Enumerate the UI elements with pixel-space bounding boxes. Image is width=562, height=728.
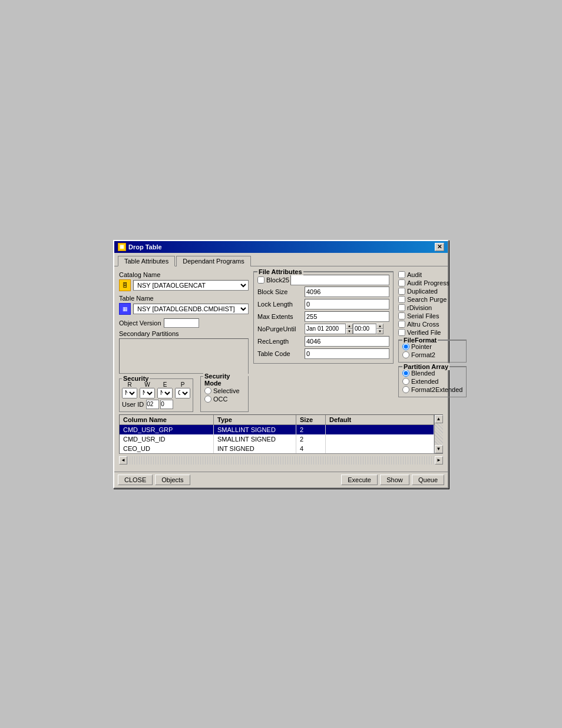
cell-type-0: SMALLINT SIGNED <box>214 425 296 434</box>
file-attributes-panel: File Attributes Block25 Block Size Lock … <box>253 271 394 367</box>
rwep-e-select[interactable]: NY <box>157 388 173 398</box>
table-icon: ▦ <box>119 303 131 315</box>
button-bar: CLOSE Objects Execute Show Queue <box>114 472 448 487</box>
pa-extended-radio[interactable] <box>402 378 409 385</box>
close-icon[interactable]: ✕ <box>435 243 444 251</box>
table-row[interactable]: CMD_USR_GRP SMALLINT SIGNED 2 <box>120 425 434 434</box>
cb-search-purge: Search Purge <box>398 296 467 303</box>
lock-length-row: Lock Length <box>257 299 389 309</box>
ff-pointer-radio[interactable] <box>402 343 409 350</box>
ff-pointer-label: Pointer <box>411 343 432 350</box>
no-purge-row: NoPurgeUntil ▲ ▼ ▲ ▼ <box>257 324 389 334</box>
userid-input2[interactable] <box>160 400 173 409</box>
cb-verified-file-check[interactable] <box>398 329 405 336</box>
userid-label: User ID <box>122 401 144 408</box>
catalog-select[interactable]: NSY [DATAOLGENCAT <box>133 280 249 291</box>
pa-extended-label: Extended <box>411 378 438 385</box>
close-button[interactable]: CLOSE <box>118 475 153 485</box>
ff-format2-radio[interactable] <box>402 351 409 358</box>
security-box: Security R NY W NY <box>119 378 193 412</box>
cb-altru-cross-check[interactable] <box>398 321 405 328</box>
cell-size-0: 2 <box>296 425 326 434</box>
security-mode-title: Security Mode <box>203 373 248 387</box>
cb-altru-cross-label: Altru Cross <box>407 321 439 328</box>
rwep-w: W NY <box>140 381 155 398</box>
tab-table-attributes[interactable]: Table Attributes <box>118 256 175 266</box>
window-title: Drop Table <box>128 243 162 251</box>
col-header-default: Default <box>326 415 434 424</box>
cb-verified-file: Verified File <box>398 329 467 336</box>
objects-button[interactable]: Objects <box>155 475 190 485</box>
cell-name-2: CEO_UD <box>120 444 214 453</box>
table-select[interactable]: NSY [DATADLGENDB.CMDHIST] <box>133 304 249 314</box>
queue-button[interactable]: Queue <box>412 475 444 485</box>
object-version-input[interactable] <box>164 318 199 328</box>
pa-format2extended-radio[interactable] <box>402 386 409 393</box>
ff-pointer-row: Pointer <box>402 343 462 350</box>
right-panel: Audit Audit Progress Duplicated Search P… <box>398 271 467 401</box>
security-mode-occ-label: OCC <box>213 396 227 403</box>
cb-search-purge-check[interactable] <box>398 296 405 303</box>
cb-audit-check[interactable] <box>398 271 405 278</box>
object-version-row: Object Version <box>119 318 249 328</box>
cb-search-purge-label: Search Purge <box>407 296 447 303</box>
security-title: Security <box>122 375 150 382</box>
cb-duplicated-check[interactable] <box>398 288 405 295</box>
block25-input[interactable] <box>290 275 389 285</box>
left-buttons: CLOSE Objects <box>118 475 190 485</box>
checkboxes-section: Audit Audit Progress Duplicated Search P… <box>398 271 467 336</box>
rec-length-input[interactable] <box>305 336 389 347</box>
spin-down[interactable]: ▼ <box>346 329 353 334</box>
security-mode-occ: OCC <box>204 396 244 403</box>
cb-serial-files-check[interactable] <box>398 312 405 319</box>
cb-duplicated: Duplicated <box>398 288 467 295</box>
time-spin-down[interactable]: ▼ <box>376 329 384 334</box>
no-purge-label: NoPurgeUntil <box>257 325 305 332</box>
rwep-w-select[interactable]: NY <box>140 388 155 398</box>
rwep-p-select[interactable]: CNY <box>175 388 190 398</box>
max-extents-input[interactable] <box>305 311 389 322</box>
show-button[interactable]: Show <box>380 475 409 485</box>
no-purge-time[interactable] <box>353 324 376 334</box>
userid-row: User ID <box>122 400 190 409</box>
scroll-up-btn[interactable]: ▲ <box>435 415 443 423</box>
catalog-label: Catalog Name <box>119 271 249 278</box>
no-purge-date[interactable] <box>305 324 346 334</box>
table-row[interactable]: CEO_UD INT SIGNED 4 <box>120 444 434 453</box>
pa-blended-radio[interactable] <box>402 370 409 377</box>
block25-checkbox[interactable] <box>257 276 265 284</box>
security-mode-box: Security Mode autolen Selective OCC <box>200 376 249 412</box>
block25-label: Block25 <box>266 276 289 284</box>
security-mode-selective-radio[interactable] <box>204 387 211 394</box>
tab-bar: Table Attributes Dependant Programs <box>114 253 448 266</box>
security-mode-occ-radio[interactable] <box>204 396 211 403</box>
table-row[interactable]: CMD_USR_ID SMALLINT SIGNED 2 <box>120 434 434 444</box>
h-scrollbar: ◄ ► <box>119 456 443 465</box>
spin-up[interactable]: ▲ <box>346 324 353 329</box>
cell-size-1: 2 <box>296 434 326 444</box>
security-mode-selective-label: Selective <box>213 387 240 394</box>
table-scrollbar[interactable]: ▲ ▼ <box>434 415 442 453</box>
userid-input1[interactable] <box>146 400 159 409</box>
tab-dependant-programs[interactable]: Dependant Programs <box>176 256 251 266</box>
table-label: Table Name <box>119 295 249 302</box>
rwep-r-select[interactable]: NY <box>122 388 137 398</box>
lock-length-input[interactable] <box>305 299 389 309</box>
scroll-down-btn[interactable]: ▼ <box>435 445 443 453</box>
block-size-input[interactable] <box>305 286 389 297</box>
rec-length-row: RecLength <box>257 336 389 347</box>
scroll-right-btn[interactable]: ► <box>435 456 443 465</box>
date-spin[interactable]: ▲ ▼ <box>346 324 353 334</box>
cb-audit-progress: Audit Progress <box>398 279 467 286</box>
rec-length-label: RecLength <box>257 338 305 345</box>
time-spin[interactable]: ▲ ▼ <box>376 324 384 334</box>
table-code-input[interactable] <box>305 348 389 359</box>
cb-rdivision-check[interactable] <box>398 304 405 311</box>
table-code-row: Table Code <box>257 348 389 359</box>
execute-button[interactable]: Execute <box>341 475 378 485</box>
scroll-left-btn[interactable]: ◄ <box>119 456 127 465</box>
cb-audit-progress-check[interactable] <box>398 279 405 286</box>
table-header-row: Column Name Type Size Default <box>120 415 434 425</box>
block-size-row: Block Size <box>257 286 389 297</box>
time-spin-up[interactable]: ▲ <box>376 324 384 329</box>
